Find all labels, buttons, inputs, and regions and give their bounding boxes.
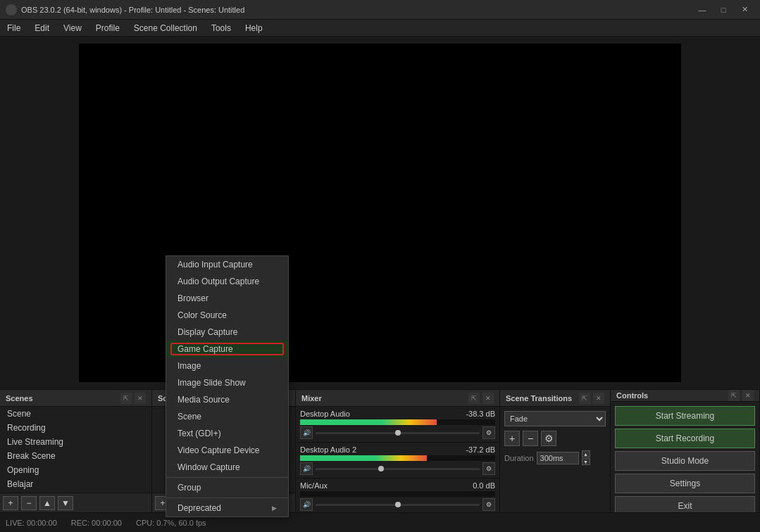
menu-bar: File Edit View Profile Scene Collection … (0, 20, 760, 37)
scenes-add-btn[interactable]: + (3, 496, 18, 510)
app-icon (6, 4, 17, 15)
scenes-down-btn[interactable]: ▼ (58, 496, 73, 510)
volume-slider-mic[interactable] (316, 504, 480, 506)
volume-thumb-desktop (395, 430, 401, 436)
minimize-button[interactable]: — (692, 2, 712, 18)
controls-title: Controls (616, 391, 648, 400)
ctx-game-capture[interactable]: Game Capture (166, 341, 288, 357)
channel-db-desktop2: -37.2 dB (466, 445, 495, 454)
scenes-up-btn[interactable]: ▲ (39, 496, 55, 510)
mixer-level-desktop2 (300, 455, 427, 461)
menu-edit[interactable]: Edit (27, 20, 56, 36)
transitions-add-row: + − ⚙ (504, 431, 606, 446)
controls-content: Start Streaming Start Recording Studio M… (611, 402, 759, 520)
scenes-close-btn[interactable]: ✕ (135, 393, 146, 404)
menu-view[interactable]: View (56, 20, 89, 36)
scene-item-recording[interactable]: Recording (0, 421, 151, 435)
ctx-browser[interactable]: Browser (166, 290, 288, 307)
ctx-media-source[interactable]: Media Source (166, 391, 288, 408)
mixer-title: Mixer (301, 394, 322, 403)
duration-down-btn[interactable]: ▼ (582, 458, 590, 465)
scenes-header-controls: ⇱ ✕ (120, 393, 146, 404)
volume-slider-desktop[interactable] (316, 432, 480, 434)
mixer-channel-mic: Mic/Aux 0.0 dB 🔊 ⚙ (296, 479, 499, 512)
channel-name-desktop2: Desktop Audio 2 (300, 445, 356, 454)
ctx-text-gdi[interactable]: Text (GDI+) (166, 425, 288, 442)
ctx-image-slide-show[interactable]: Image Slide Show (166, 374, 288, 391)
transitions-remove-btn[interactable]: − (523, 431, 538, 446)
duration-label: Duration (504, 454, 534, 462)
ctx-window-capture[interactable]: Window Capture (166, 459, 288, 476)
settings-btn-mic[interactable]: ⚙ (482, 498, 495, 511)
transitions-close-btn[interactable]: ✕ (593, 393, 604, 404)
ctx-group[interactable]: Group (166, 479, 288, 496)
scene-item-opening[interactable]: Opening (0, 463, 151, 477)
bottom-panels: Scenes ⇱ ✕ Scene Recording Live Streamin… (0, 389, 760, 512)
settings-btn-desktop[interactable]: ⚙ (482, 426, 495, 439)
ctx-audio-input[interactable]: Audio Input Capture (166, 256, 288, 273)
start-streaming-button[interactable]: Start Streaming (615, 406, 755, 426)
status-rec: REC: 00:00:00 (71, 519, 122, 527)
mixer-popout-btn[interactable]: ⇱ (468, 393, 480, 404)
menu-tools[interactable]: Tools (204, 20, 238, 36)
scene-item-belajar[interactable]: Belajar (0, 477, 151, 491)
transitions-settings-btn[interactable]: ⚙ (541, 431, 556, 446)
scene-item-live-streaming[interactable]: Live Streaming (0, 435, 151, 449)
mixer-panel: Mixer ⇱ ✕ Desktop Audio -38.3 dB 🔊 (296, 390, 500, 512)
context-menu: Audio Input Capture Audio Output Capture… (166, 255, 289, 517)
ctx-deprecated[interactable]: Deprecated ▶ (166, 500, 288, 517)
menu-scene-collection[interactable]: Scene Collection (127, 20, 204, 36)
ctx-display-capture[interactable]: Display Capture (166, 324, 288, 341)
channel-db-desktop: -38.3 dB (466, 410, 495, 418)
status-live: LIVE: 00:00:00 (6, 519, 57, 527)
menu-help[interactable]: Help (238, 20, 270, 36)
scenes-footer: + − ▲ ▼ (0, 493, 151, 512)
mixer-panel-header: Mixer ⇱ ✕ (296, 390, 499, 407)
scenes-list: Scene Recording Live Streaming Break Sce… (0, 407, 151, 493)
transitions-title: Scene Transitions (506, 394, 572, 403)
scenes-popout-btn[interactable]: ⇱ (120, 393, 132, 404)
settings-btn-desktop2[interactable]: ⚙ (482, 462, 495, 475)
mute-btn-desktop[interactable]: 🔊 (300, 426, 313, 439)
controls-popout-btn[interactable]: ⇱ (728, 390, 740, 401)
close-button[interactable]: ✕ (735, 2, 754, 18)
mute-btn-mic[interactable]: 🔊 (300, 498, 313, 511)
duration-input[interactable] (537, 452, 579, 464)
transitions-popout-btn[interactable]: ⇱ (579, 393, 590, 404)
scene-item-scene[interactable]: Scene (0, 407, 151, 421)
transitions-content: Fade Cut Swipe + − ⚙ Duration ▲ ▼ (500, 407, 610, 474)
transitions-panel: Scene Transitions ⇱ ✕ Fade Cut Swipe + −… (500, 390, 611, 512)
transitions-add-btn[interactable]: + (504, 431, 520, 446)
mute-btn-desktop2[interactable]: 🔊 (300, 462, 313, 475)
duration-up-btn[interactable]: ▲ (582, 450, 590, 457)
mixer-close-btn[interactable]: ✕ (482, 393, 494, 404)
channel-name-desktop: Desktop Audio (300, 410, 350, 418)
mixer-channels: Desktop Audio -38.3 dB 🔊 ⚙ Desktop Aud (296, 407, 499, 512)
menu-file[interactable]: File (0, 20, 27, 36)
ctx-sep1 (166, 477, 288, 478)
ctx-deprecated-label: Deprecated (177, 503, 221, 513)
ctx-image[interactable]: Image (166, 357, 288, 374)
ctx-audio-output[interactable]: Audio Output Capture (166, 273, 288, 290)
ctx-video-capture[interactable]: Video Capture Device (166, 442, 288, 459)
ctx-scene[interactable]: Scene (166, 408, 288, 425)
settings-button[interactable]: Settings (615, 474, 755, 493)
menu-profile[interactable]: Profile (89, 20, 127, 36)
ctx-sep2 (166, 498, 288, 498)
scenes-remove-btn[interactable]: − (21, 496, 37, 510)
start-recording-button[interactable]: Start Recording (615, 429, 755, 448)
controls-close-btn[interactable]: ✕ (742, 390, 754, 401)
mixer-bar-desktop (300, 419, 495, 425)
transitions-header-controls: ⇱ ✕ (579, 393, 604, 404)
window-title: OBS 23.0.2 (64-bit, windows) - Profile: … (21, 6, 692, 14)
scenes-panel: Scenes ⇱ ✕ Scene Recording Live Streamin… (0, 390, 152, 512)
volume-thumb-desktop2 (378, 466, 384, 471)
mixer-controls-desktop: 🔊 ⚙ (300, 426, 495, 439)
ctx-color-source[interactable]: Color Source (166, 307, 288, 324)
maximize-button[interactable]: □ (714, 2, 733, 18)
scene-item-break-scene[interactable]: Break Scene (0, 449, 151, 463)
transitions-type-select[interactable]: Fade Cut Swipe (504, 411, 606, 426)
studio-mode-button[interactable]: Studio Mode (615, 451, 755, 471)
volume-slider-desktop2[interactable] (316, 468, 480, 470)
mixer-controls-mic: 🔊 ⚙ (300, 498, 495, 511)
